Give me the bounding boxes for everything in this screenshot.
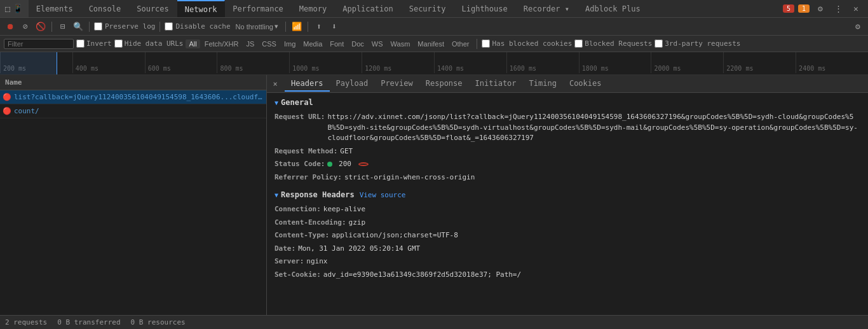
preserve-log-label: Preserve log (105, 22, 155, 31)
request-method-val: GET (340, 146, 353, 157)
devtools-icons[interactable]: ⬚ 📱 (0, 0, 29, 17)
timeline-marker-11: 2400 ms (796, 52, 868, 73)
filter-all-btn[interactable]: All (186, 39, 200, 48)
filter-doc-btn[interactable]: Doc (348, 39, 367, 48)
filter-css-btn[interactable]: CSS (259, 39, 280, 48)
filter-img-btn[interactable]: Img (281, 39, 299, 48)
network-row-0[interactable]: 🔴 list?callback=jQuery112400356104049154… (0, 90, 266, 104)
settings-network-icon[interactable]: ⚙ (851, 20, 864, 33)
tab-elements[interactable]: Elements (29, 0, 81, 17)
third-party-label: 3rd-party requests (665, 39, 740, 48)
timeline-marker-10: 2200 ms (723, 52, 796, 73)
timeline-marker-1: 400 ms (72, 52, 145, 73)
panel-close-button[interactable]: × (269, 78, 281, 90)
blocked-requests-checkbox[interactable] (574, 39, 583, 48)
tab-memory[interactable]: Memory (292, 0, 335, 17)
tab-lighthouse[interactable]: Lighthouse (454, 0, 515, 17)
general-section-header[interactable]: ▼ General (275, 98, 860, 107)
resp-set-cookie-row: Set-Cookie: adv_id=e9390e13a61349c3869f2… (275, 270, 860, 281)
record-icon[interactable]: ⏺ (4, 20, 17, 33)
tab-payload[interactable]: Payload (330, 76, 375, 92)
view-source-link[interactable]: View source (360, 191, 406, 199)
blocked-requests-checkbox-label[interactable]: Blocked Requests (574, 39, 652, 48)
response-headers-section-header[interactable]: ▼ Response Headers (275, 190, 355, 199)
filter-manifest-btn[interactable]: Manifest (414, 39, 447, 48)
warning-badge: 1 (798, 4, 810, 13)
more-options-icon[interactable]: ⋮ (831, 2, 845, 16)
timeline-marker-9: 2000 ms (651, 52, 723, 73)
cursor-icon[interactable]: ⬚ (5, 4, 10, 13)
disable-cache-checkbox[interactable] (165, 22, 173, 31)
filter-media-btn[interactable]: Media (300, 39, 325, 48)
clear-icon[interactable]: 🚫 (34, 20, 47, 33)
resp-content-type-val: application/json;charset=UTF-8 (332, 230, 458, 241)
hide-data-checkbox-label[interactable]: Hide data URLs (114, 39, 184, 48)
throttle-button[interactable]: No throttling ▾ (233, 22, 281, 31)
request-url-key: Request URL: (275, 112, 325, 123)
has-blocked-checkbox[interactable] (482, 39, 490, 48)
tab-timing[interactable]: Timing (523, 76, 563, 92)
filter-fetchxhr-btn[interactable]: Fetch/XHR (201, 39, 242, 48)
third-party-checkbox-label[interactable]: 3rd-party requests (654, 39, 740, 48)
export-icon[interactable]: ⬇ (328, 20, 341, 33)
tab-response[interactable]: Response (419, 76, 469, 92)
toolbar: ⏺ ⊘ 🚫 ⊟ 🔍 Preserve log Disable cache No … (0, 18, 868, 36)
tab-recorder[interactable]: Recorder ▾ (516, 0, 578, 17)
tab-console[interactable]: Console (81, 0, 130, 17)
filter-ws-btn[interactable]: WS (369, 39, 386, 48)
tab-application[interactable]: Application (335, 0, 401, 17)
tab-bar-right: 5 1 ⚙ ⋮ ✕ (778, 0, 868, 17)
tab-preview[interactable]: Preview (374, 76, 419, 92)
tab-bar-left: ⬚ 📱 Elements Console Sources Network Per… (0, 0, 649, 17)
timeline-marker-8: 1800 ms (579, 52, 651, 73)
has-blocked-checkbox-label[interactable]: Has blocked cookies (482, 39, 572, 48)
status-bar: 2 requests 0 B transferred 0 B resources (0, 315, 868, 329)
third-party-checkbox[interactable] (654, 39, 663, 48)
close-devtools-icon[interactable]: ✕ (849, 2, 863, 16)
filter-input[interactable] (4, 39, 74, 49)
status-green-circle (327, 162, 332, 167)
disable-cache-checkbox-label[interactable]: Disable cache (165, 22, 230, 31)
tab-performance[interactable]: Performance (225, 0, 291, 17)
stop-icon[interactable]: ⊘ (19, 20, 32, 33)
network-row-1[interactable]: 🔴 count/ (0, 104, 266, 118)
invert-checkbox-label[interactable]: Invert (76, 39, 112, 48)
timeline-marker-6: 1400 ms (434, 52, 506, 73)
preserve-log-checkbox[interactable] (94, 22, 102, 31)
row-file-icon-1: 🔴 (3, 107, 11, 115)
filter-icon[interactable]: ⊟ (57, 20, 69, 33)
left-panel-body: 🔴 list?callback=jQuery112400356104049154… (0, 90, 266, 315)
row-name-1: count/ (14, 107, 39, 115)
tab-security[interactable]: Security (402, 0, 454, 17)
search-icon[interactable]: 🔍 (72, 20, 85, 33)
filter-sep-1 (477, 39, 477, 49)
hide-data-checkbox[interactable] (114, 39, 123, 48)
settings-icon[interactable]: ⚙ (813, 2, 827, 16)
tab-cookies[interactable]: Cookies (563, 76, 608, 92)
resp-encoding-key: Content-Encoding: (275, 218, 346, 228)
tab-initiator[interactable]: Initiator (469, 76, 523, 92)
timeline-marker-2: 600 ms (145, 52, 217, 73)
tab-adblock[interactable]: Adblock Plus (578, 0, 649, 17)
tab-network[interactable]: Network (177, 0, 226, 17)
online-icon[interactable]: 📶 (290, 20, 303, 33)
import-icon[interactable]: ⬆ (313, 20, 325, 33)
tab-bar: ⬚ 📱 Elements Console Sources Network Per… (0, 0, 868, 18)
left-panel-header: Name (0, 75, 266, 90)
row-name-0: list?callback=jQuery11240035610404915459… (14, 93, 264, 101)
disable-cache-label: Disable cache (175, 22, 230, 31)
error-badge: 5 (783, 4, 794, 13)
invert-checkbox[interactable] (76, 39, 85, 48)
preserve-log-checkbox-label[interactable]: Preserve log (94, 22, 155, 31)
status-code-val: 200 (327, 159, 368, 170)
filter-font-btn[interactable]: Font (327, 39, 347, 48)
resp-connection-row: Connection: keep-alive (275, 204, 860, 215)
filter-js-btn[interactable]: JS (243, 39, 258, 48)
timeline-selection (0, 52, 57, 74)
filter-other-btn[interactable]: Other (449, 39, 473, 48)
tab-sources[interactable]: Sources (129, 0, 177, 17)
main-content: Name 🔴 list?callback=jQuery1124003561040… (0, 75, 868, 315)
filter-wasm-btn[interactable]: Wasm (388, 39, 414, 48)
mobile-icon[interactable]: 📱 (13, 4, 23, 13)
tab-headers[interactable]: Headers (285, 76, 330, 92)
